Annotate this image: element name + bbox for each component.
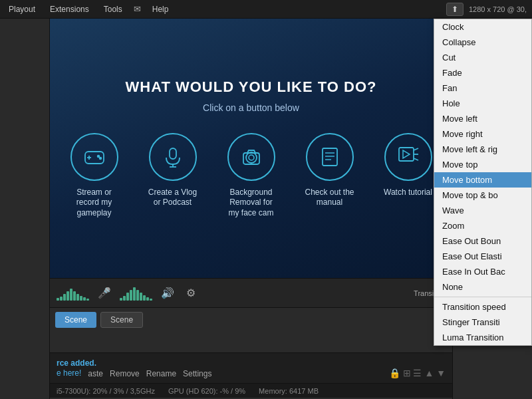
dropdown-item-zoom[interactable]: Zoom (434, 218, 531, 233)
mic-button[interactable]: 🎤 (94, 285, 114, 301)
mail-icon: ✉ (134, 4, 141, 14)
bar-seg (130, 290, 132, 301)
action-remove[interactable]: Remove (110, 369, 140, 378)
bar-seg (80, 296, 82, 301)
svg-point-8 (246, 152, 257, 163)
settings-button[interactable]: ⚙ (183, 285, 199, 301)
action-settings[interactable]: Settings (183, 369, 211, 378)
bar-seg (140, 293, 142, 301)
bar-seg (143, 295, 146, 301)
dropdown-item-ease-out-bounce[interactable]: Ease Out Boun (434, 233, 531, 249)
menu-item-extensions[interactable]: Extensions (47, 3, 92, 15)
dropdown-item-collapse[interactable]: Collapse (434, 35, 531, 50)
action-stream[interactable]: Stream orrecord mygameplay (61, 133, 128, 219)
speaker-button[interactable]: 🔊 (158, 285, 178, 301)
dropdown-item-move-bottom[interactable]: Move bottom (434, 172, 531, 188)
action-manual-label: Check out themanual (305, 188, 354, 208)
dropdown-item-cut[interactable]: Cut (434, 50, 531, 65)
dropdown-item-fan[interactable]: Fan (434, 80, 531, 96)
welcome-panel: WHAT WOULD YOU LIKE TO DO? Click on a bu… (50, 19, 452, 278)
bar-seg (133, 287, 136, 301)
audio-bar-right (120, 286, 152, 301)
action-manual[interactable]: Check out themanual (297, 133, 363, 219)
action-icon-play (384, 133, 432, 181)
svg-rect-11 (323, 148, 337, 166)
menu-item-help[interactable]: Help (149, 3, 172, 15)
bar-seg (60, 297, 63, 301)
bar-seg (126, 293, 129, 301)
audio-bar-left (57, 286, 89, 301)
bar-seg (66, 291, 69, 301)
bar-seg (146, 297, 149, 301)
welcome-subtitle: Click on a button below (203, 102, 299, 113)
action-icon-camera (227, 133, 275, 181)
bar-seg (120, 298, 122, 301)
action-tutorial[interactable]: Watch tutorial (375, 133, 442, 219)
svg-marker-16 (403, 150, 410, 158)
bar-seg (123, 296, 126, 301)
dropdown-item-ease-out-elastic[interactable]: Ease Out Elasti (434, 249, 531, 264)
action-paste[interactable]: aste (88, 369, 103, 378)
menu-item-tools[interactable]: Tools (100, 3, 126, 15)
bottom-toolbar: 🎤 🔊 ⚙ Transition (50, 278, 452, 307)
scene-area: Scene Scene (50, 307, 452, 352)
menu-item-playout[interactable]: Playout (5, 3, 39, 15)
dropdown-item-move-top-bottom[interactable]: Move top & bo (434, 188, 531, 203)
memory-stats: Memory: 6417 MB (259, 387, 319, 395)
svg-point-4 (99, 157, 101, 159)
bar-seg (76, 294, 79, 301)
dropdown-item-move-top[interactable]: Move top (434, 157, 531, 172)
svg-rect-15 (399, 148, 414, 161)
status-bar: rce added. e here! aste Remove Rename Se… (50, 352, 452, 383)
dropdown-item-stinger[interactable]: Stinger Transiti (434, 315, 531, 330)
stats-bar: i5-7300U): 20% / 3% / 3,5GHz GPU (HD 620… (50, 383, 452, 398)
dropdown-item-fade[interactable]: Fade (434, 65, 531, 80)
dropdown-item-luma[interactable]: Luma Transition (434, 330, 531, 345)
bar-seg (73, 291, 76, 301)
bar-seg (150, 299, 152, 301)
share-button[interactable]: ⬆ (446, 3, 464, 16)
bar-seg (136, 290, 139, 301)
scene-button-secondary[interactable]: Scene (100, 312, 143, 328)
svg-line-19 (414, 158, 418, 160)
source-sub-text: e here! (57, 368, 81, 378)
action-icon-mic (149, 133, 197, 181)
resolution-display: 1280 x 720 @ 30, (469, 5, 527, 13)
svg-point-3 (97, 155, 99, 157)
svg-point-9 (249, 155, 254, 160)
bar-seg (86, 299, 89, 301)
dropdown-item-move-left[interactable]: Move left (434, 111, 531, 126)
dropdown-menu: Clock Collapse Cut Fade Fan Hole Move le… (434, 19, 532, 346)
dropdown-item-hole[interactable]: Hole (434, 96, 531, 111)
bar-seg (63, 294, 66, 301)
dropdown-item-transition-speed[interactable]: Transition speed (434, 299, 531, 315)
cpu-stats: i5-7300U): 20% / 3% / 3,5GHz (57, 387, 155, 395)
dropdown-item-none[interactable]: None (434, 279, 531, 295)
action-stream-label: Stream orrecord mygameplay (76, 188, 112, 219)
gpu-stats: GPU (HD 620): -% / 9% (168, 387, 245, 395)
svg-line-17 (414, 148, 418, 150)
scene-button-primary[interactable]: Scene (55, 312, 96, 328)
lock-icon: 🔒 ⊞ ☰ ▲ ▼ (389, 368, 446, 378)
dropdown-item-move-right[interactable]: Move right (434, 126, 531, 142)
action-vlog-label: Create a Vlogor Podcast (148, 188, 197, 208)
left-sidebar (0, 19, 50, 399)
action-bgremoval[interactable]: BackgroundRemoval formy face cam (218, 133, 285, 219)
action-rename[interactable]: Rename (146, 369, 176, 378)
bar-seg (70, 289, 72, 301)
action-bgremoval-label: BackgroundRemoval formy face cam (228, 188, 273, 219)
action-icon-book (306, 133, 354, 181)
bar-seg (57, 298, 59, 301)
action-buttons: Stream orrecord mygameplay Create a Vlog… (61, 133, 442, 219)
action-tutorial-label: Watch tutorial (384, 188, 432, 198)
bar-seg (83, 297, 86, 301)
dropdown-item-clock[interactable]: Clock (434, 19, 531, 35)
action-vlog[interactable]: Create a Vlogor Podcast (140, 133, 206, 219)
dropdown-item-wave[interactable]: Wave (434, 203, 531, 218)
dropdown-item-ease-in-out-back[interactable]: Ease In Out Bac (434, 264, 531, 279)
source-added-text: rce added. (57, 358, 96, 368)
menu-bar: Playout Extensions Tools ✉ Help ⬆ 1280 x… (0, 0, 532, 19)
dropdown-item-move-left-right[interactable]: Move left & rig (434, 142, 531, 157)
action-icon-gamepad (70, 133, 118, 181)
svg-rect-5 (170, 148, 176, 159)
